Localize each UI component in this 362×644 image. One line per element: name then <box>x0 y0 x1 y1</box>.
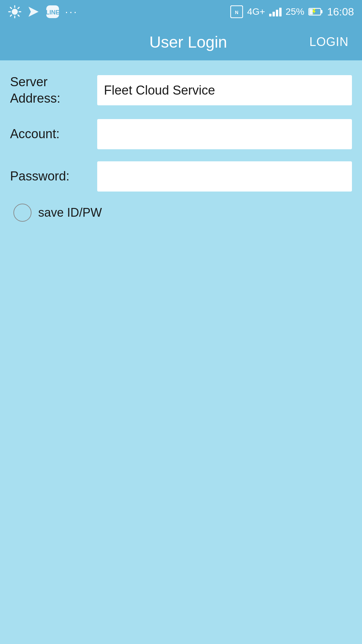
save-idpw-radio[interactable] <box>13 204 32 222</box>
page-title: User Login <box>67 33 309 51</box>
account-input[interactable] <box>97 119 352 149</box>
svg-rect-16 <box>309 9 313 14</box>
battery-icon <box>308 7 323 16</box>
server-address-row: Server Address: Fleet Cloud Service <box>10 74 352 107</box>
more-icon: ··· <box>65 6 78 18</box>
nfc-icon: N <box>230 5 243 18</box>
weather-icon <box>8 5 21 18</box>
network-type: 4G+ <box>247 6 265 17</box>
svg-line-5 <box>10 7 12 9</box>
svg-marker-9 <box>28 7 39 17</box>
svg-text:N: N <box>235 10 238 15</box>
server-address-label: Server Address: <box>10 74 97 107</box>
svg-point-0 <box>12 9 18 15</box>
svg-text:LINE: LINE <box>46 9 59 16</box>
flag-icon <box>27 5 40 18</box>
line-icon: LINE <box>46 5 60 19</box>
account-label: Account: <box>10 126 97 142</box>
account-row: Account: <box>10 119 352 149</box>
status-bar-left-icons: LINE ··· <box>8 5 78 19</box>
server-address-value[interactable]: Fleet Cloud Service <box>97 75 352 105</box>
save-idpw-row: save ID/PW <box>13 204 352 222</box>
svg-rect-15 <box>321 10 322 13</box>
battery-percent: 25% <box>286 6 304 17</box>
login-button[interactable]: LOGIN <box>309 35 349 49</box>
signal-icon <box>269 7 282 16</box>
app-bar: User Login LOGIN <box>0 23 362 60</box>
svg-line-7 <box>18 7 19 9</box>
save-idpw-label: save ID/PW <box>38 206 102 220</box>
status-bar: LINE ··· N 4G+ 25% 16:08 <box>0 0 362 23</box>
status-bar-right-icons: N 4G+ 25% 16:08 <box>230 5 354 18</box>
time-display: 16:08 <box>327 6 354 18</box>
main-content: Server Address: Fleet Cloud Service Acco… <box>0 60 362 232</box>
password-row: Password: <box>10 161 352 192</box>
svg-line-8 <box>10 15 12 16</box>
password-label: Password: <box>10 168 97 184</box>
password-input[interactable] <box>97 161 352 192</box>
svg-line-6 <box>18 15 19 16</box>
